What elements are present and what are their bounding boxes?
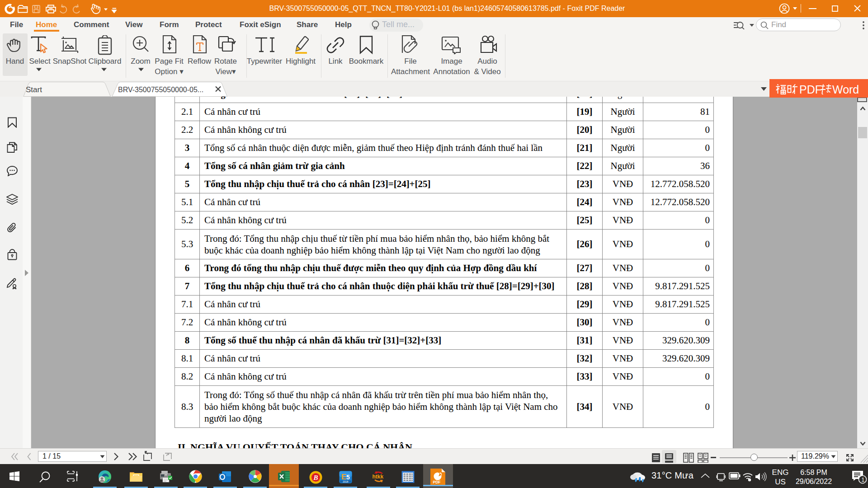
svg-text:htkk: htkk (373, 474, 384, 480)
svg-text:Word: Word (832, 84, 859, 96)
svg-text:PDF: PDF (433, 480, 441, 484)
svg-text:PDF: PDF (799, 84, 822, 96)
svg-text:B: B (313, 474, 318, 481)
svg-text:1: 1 (862, 477, 865, 483)
svg-text:2018: 2018 (343, 480, 348, 483)
